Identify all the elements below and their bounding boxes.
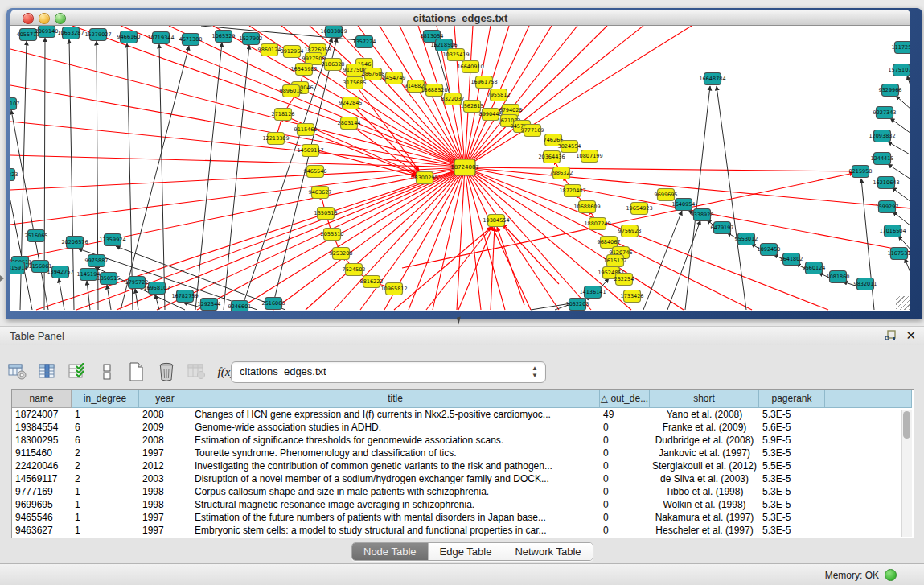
graph-edge[interactable] [135, 289, 138, 310]
table-row[interactable]: 977716911998Corpus callosum shape and si… [12, 485, 914, 498]
table-header-cell[interactable]: title [191, 390, 600, 408]
show-columns-icon[interactable] [36, 361, 59, 382]
create-column-icon[interactable] [125, 361, 148, 382]
graph-node-label: 9560124 [803, 265, 826, 271]
graph-node-label: 1640954 [672, 201, 696, 208]
graph-edge[interactable] [896, 96, 910, 109]
memory-ok-indicator[interactable] [885, 569, 897, 581]
graph-node-label: 10965812 [380, 286, 407, 292]
graph-edge[interactable] [888, 142, 910, 155]
graph-node-label: 9329966 [879, 87, 902, 93]
graph-edge[interactable] [127, 43, 133, 310]
scrollbar-thumb[interactable] [903, 411, 910, 439]
graph-edge[interactable] [497, 227, 524, 305]
table-cell [825, 524, 912, 537]
graph-node-label: 1065329 [212, 33, 236, 39]
graph-edge[interactable] [465, 167, 859, 171]
table-vertical-scrollbar[interactable] [901, 410, 912, 537]
panel-collapse-arrow-icon[interactable] [0, 275, 4, 282]
table-cell: 1997 [139, 447, 191, 459]
table-header-cell[interactable] [825, 390, 912, 408]
table-header-cell[interactable]: pagerank [759, 390, 825, 408]
table-header-cell[interactable]: name [12, 390, 72, 408]
citation-network-graph[interactable]: 4055711206914010653287152790279466160107… [10, 26, 910, 311]
table-header-cell[interactable]: year [139, 390, 191, 408]
graph-node-label: 4671388 [179, 36, 203, 43]
graph-node-label: 16961758 [470, 79, 497, 85]
table-mode-icon[interactable] [6, 361, 29, 382]
table-row[interactable]: 946554611997Estimation of the future num… [12, 511, 914, 524]
table-cell: Genome-wide association studies in ADHD. [191, 421, 600, 434]
graph-edge[interactable] [465, 167, 828, 310]
graph-edge[interactable] [10, 122, 465, 167]
table-selector-dropdown[interactable]: citations_edges.txt ▲▼ [231, 361, 546, 383]
graph-edge[interactable] [890, 118, 910, 134]
table-row[interactable]: 1872400712008Changes of HCN gene express… [12, 408, 914, 421]
close-panel-icon[interactable]: ✕ [906, 328, 916, 343]
table-row[interactable]: 1938455462009Genome-wide association stu… [12, 421, 914, 434]
table-row[interactable]: 911546021997Tourette syndrome. Phenomeno… [12, 447, 914, 459]
graph-edge[interactable] [457, 167, 465, 310]
graph-edge[interactable] [426, 226, 492, 310]
table-header-cell[interactable]: in_degree [72, 390, 139, 408]
table-row[interactable]: 1830029562008Estimation of significance … [12, 434, 914, 447]
graph-edge[interactable] [273, 167, 465, 310]
graph-edge[interactable] [643, 211, 682, 310]
graph-edge[interactable] [159, 44, 165, 310]
table-row[interactable]: 946362711997Embryonic stem cells: a mode… [12, 524, 914, 537]
table-cell: Hescheler et al. (1997) [650, 524, 759, 537]
tab-node-table[interactable]: Node Table [352, 543, 429, 560]
graph-node-label: 9315911 [10, 265, 27, 271]
graph-edge[interactable] [10, 167, 465, 225]
tab-network-table[interactable]: Network Table [503, 543, 592, 560]
network-canvas[interactable]: 4055711206914010653287152790279466160107… [10, 26, 910, 311]
graph-edge[interactable] [11, 110, 48, 310]
graph-edge[interactable] [491, 227, 495, 310]
table-panel-header[interactable]: Table Panel ✕ [0, 326, 924, 346]
graph-edge[interactable] [893, 212, 910, 226]
graph-node-label: 10807199 [576, 153, 602, 159]
table-cell: Estimation of the future numbers of pati… [191, 511, 600, 524]
network-view-window[interactable]: citations_edges.txt 40557112069140106532… [6, 8, 922, 319]
float-window-icon[interactable] [885, 330, 897, 342]
select-columns-icon[interactable] [66, 361, 88, 382]
delete-table-icon[interactable] [185, 361, 207, 382]
window-resize-grip[interactable] [896, 296, 910, 310]
delete-column-icon[interactable] [155, 361, 178, 382]
graph-edge[interactable] [394, 227, 491, 310]
graph-edge[interactable] [59, 278, 64, 310]
table-cell: 9465546 [12, 511, 72, 524]
table-selector-value: citations_edges.txt [240, 365, 326, 377]
graph-edge[interactable] [458, 226, 493, 310]
graph-edge[interactable] [195, 43, 222, 310]
graph-node-label: 7986322 [550, 170, 573, 176]
table-header-cell[interactable]: △ out_de... [600, 390, 650, 408]
table-cell: 9463627 [12, 524, 72, 537]
graph-node-label: 10719344 [147, 35, 174, 41]
table-cell: Investigating the contribution of common… [191, 459, 600, 472]
window-titlebar[interactable]: citations_edges.txt [10, 10, 910, 26]
tab-edge-table[interactable]: Edge Table [429, 543, 504, 560]
graph-node-label: 252254 [614, 276, 634, 282]
table-row[interactable]: 2242004622012Investigating the contribut… [12, 459, 914, 472]
graph-node-label: 9684067 [598, 239, 621, 245]
graph-edge[interactable] [465, 167, 505, 310]
graph-node-label: 9777169 [521, 127, 544, 134]
graph-node-label: 10653287 [57, 30, 84, 36]
graph-edge[interactable] [503, 224, 559, 284]
graph-edge[interactable] [10, 85, 465, 167]
table-cell: 1 [72, 511, 139, 524]
graph-edge[interactable] [667, 220, 700, 310]
table-cell: 0 [600, 498, 650, 511]
table-header-cell[interactable]: short [650, 390, 759, 408]
merge-column-icon[interactable] [96, 361, 118, 382]
graph-node-label: 15688520 [421, 87, 447, 93]
graph-node-label: 16640910 [457, 64, 483, 70]
graph-edge[interactable] [717, 86, 746, 310]
graph-edge[interactable] [892, 187, 910, 202]
graph-edge[interactable] [907, 76, 910, 88]
table-row[interactable]: 1456911722003Disruption of a novel membe… [12, 472, 914, 485]
graph-node-label: 1350516 [314, 210, 338, 216]
graph-edge[interactable] [905, 258, 910, 274]
table-row[interactable]: 969969511998Structural magnetic resonanc… [12, 498, 914, 511]
